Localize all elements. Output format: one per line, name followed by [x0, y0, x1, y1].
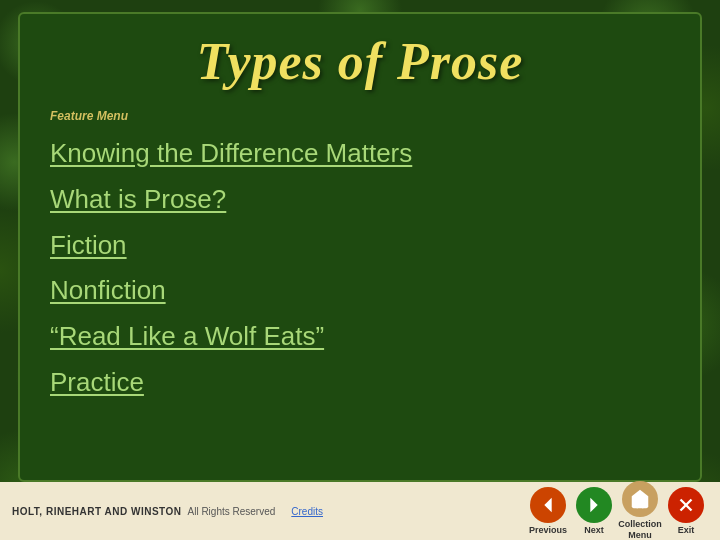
- feature-menu-label: Feature Menu: [50, 109, 670, 123]
- menu-link-item-3[interactable]: Fiction: [50, 225, 670, 267]
- svg-marker-0: [544, 497, 551, 512]
- app-container: Types of Prose Feature Menu Knowing the …: [0, 0, 720, 540]
- menu-link-item-1[interactable]: Knowing the Difference Matters: [50, 133, 670, 175]
- list-item: Practice: [50, 362, 670, 404]
- list-item: What is Prose?: [50, 179, 670, 221]
- page-title: Types of Prose: [50, 32, 670, 91]
- list-item: Knowing the Difference Matters: [50, 133, 670, 175]
- bottom-bar: HOLT, RINEHART AND WINSTON All Rights Re…: [0, 482, 720, 540]
- collection-menu-icon[interactable]: [622, 481, 658, 517]
- next-button[interactable]: Next: [572, 487, 616, 536]
- exit-label: Exit: [678, 525, 695, 536]
- collection-menu-label: CollectionMenu: [618, 519, 662, 540]
- nav-buttons: Previous Next Collect: [526, 481, 708, 540]
- exit-button[interactable]: Exit: [664, 487, 708, 536]
- menu-list: Knowing the Difference MattersWhat is Pr…: [50, 133, 670, 404]
- credits-link[interactable]: Credits: [291, 506, 323, 517]
- publisher-rights: All Rights Reserved: [187, 506, 275, 517]
- main-card: Types of Prose Feature Menu Knowing the …: [18, 12, 702, 482]
- exit-icon[interactable]: [668, 487, 704, 523]
- publisher-info: HOLT, RINEHART AND WINSTON All Rights Re…: [12, 506, 526, 517]
- menu-link-item-6[interactable]: Practice: [50, 362, 670, 404]
- list-item: “Read Like a Wolf Eats”: [50, 316, 670, 358]
- publisher-name: HOLT, RINEHART AND WINSTON: [12, 506, 181, 517]
- previous-button[interactable]: Previous: [526, 487, 570, 536]
- next-label: Next: [584, 525, 604, 536]
- previous-label: Previous: [529, 525, 567, 536]
- next-icon[interactable]: [576, 487, 612, 523]
- svg-marker-1: [590, 497, 597, 512]
- list-item: Nonfiction: [50, 270, 670, 312]
- menu-link-item-4[interactable]: Nonfiction: [50, 270, 670, 312]
- menu-link-item-5[interactable]: “Read Like a Wolf Eats”: [50, 316, 670, 358]
- menu-link-item-2[interactable]: What is Prose?: [50, 179, 670, 221]
- list-item: Fiction: [50, 225, 670, 267]
- collection-menu-button[interactable]: CollectionMenu: [618, 481, 662, 540]
- previous-icon[interactable]: [530, 487, 566, 523]
